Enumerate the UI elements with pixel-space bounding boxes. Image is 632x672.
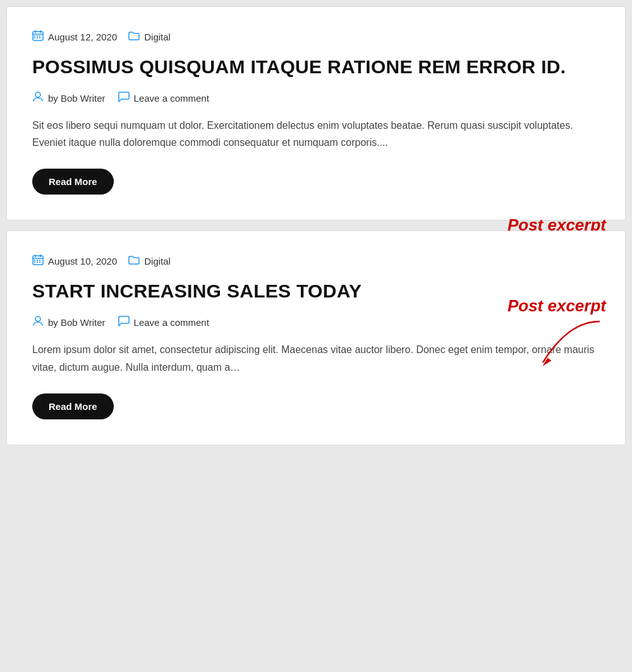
post-category-2: Digital — [128, 255, 171, 268]
post-author-row-2: by Bob Writer Leave a comment — [32, 315, 600, 330]
comment-text-1[interactable]: Leave a comment — [134, 93, 209, 104]
date-text-1: August 12, 2020 — [48, 32, 117, 42]
post-card-2: August 10, 2020 Digital START INCREASING… — [6, 231, 626, 445]
user-icon-2 — [32, 315, 44, 330]
svg-rect-5 — [37, 35, 38, 37]
category-text-1: Digital — [144, 32, 171, 42]
folder-icon-1 — [128, 31, 140, 44]
svg-rect-15 — [34, 260, 35, 261]
post-title-1: POSSIMUS QUISQUAM ITAQUE RATIONE REM ERR… — [32, 56, 600, 78]
svg-rect-7 — [34, 37, 35, 39]
post-excerpt-2: Lorem ipsum dolor sit amet, consectetur … — [32, 341, 600, 375]
svg-rect-8 — [37, 37, 38, 39]
post-meta-2: August 10, 2020 Digital — [32, 254, 600, 268]
comment-info-1: Leave a comment — [118, 92, 209, 105]
svg-point-21 — [35, 316, 40, 321]
svg-rect-18 — [34, 261, 35, 263]
post-card-1: August 12, 2020 Digital POSSIMUS QUISQUA… — [6, 6, 626, 220]
svg-point-10 — [35, 92, 40, 97]
read-more-button-1[interactable]: Read More — [32, 169, 114, 195]
calendar-icon-2 — [32, 254, 44, 268]
svg-rect-19 — [37, 261, 38, 263]
svg-rect-1 — [35, 30, 36, 33]
post-excerpt-1: Sit eos libero sequi numquam ut dolor. E… — [32, 117, 600, 151]
user-icon-1 — [32, 91, 44, 105]
post-author-row-1: by Bob Writer Leave a comment — [32, 91, 600, 105]
post-category-1: Digital — [128, 31, 171, 44]
read-more-button-2[interactable]: Read More — [32, 393, 114, 419]
post-date-1: August 12, 2020 — [32, 30, 117, 44]
post-date-2: August 10, 2020 — [32, 254, 117, 268]
category-text-2: Digital — [144, 256, 171, 267]
svg-rect-20 — [39, 261, 40, 263]
svg-rect-16 — [37, 260, 38, 261]
svg-rect-4 — [34, 35, 35, 37]
svg-rect-9 — [39, 37, 40, 39]
comment-info-2: Leave a comment — [118, 316, 209, 330]
author-text-2: by Bob Writer — [48, 317, 106, 328]
comment-icon-2 — [118, 316, 130, 330]
author-text-1: by Bob Writer — [48, 93, 106, 104]
author-info-2: by Bob Writer — [32, 315, 106, 330]
svg-rect-17 — [39, 260, 40, 261]
date-text-2: August 10, 2020 — [48, 256, 117, 267]
calendar-icon-1 — [32, 30, 44, 44]
svg-rect-6 — [39, 35, 40, 37]
post-meta-1: August 12, 2020 Digital — [32, 30, 600, 44]
svg-rect-2 — [40, 30, 41, 33]
post-title-2: START INCREASING SALES TODAY — [32, 280, 600, 303]
comment-text-2[interactable]: Leave a comment — [134, 317, 209, 328]
svg-rect-12 — [35, 255, 36, 257]
author-info-1: by Bob Writer — [32, 91, 106, 105]
folder-icon-2 — [128, 255, 140, 268]
comment-icon-1 — [118, 92, 130, 105]
svg-rect-13 — [40, 255, 41, 257]
